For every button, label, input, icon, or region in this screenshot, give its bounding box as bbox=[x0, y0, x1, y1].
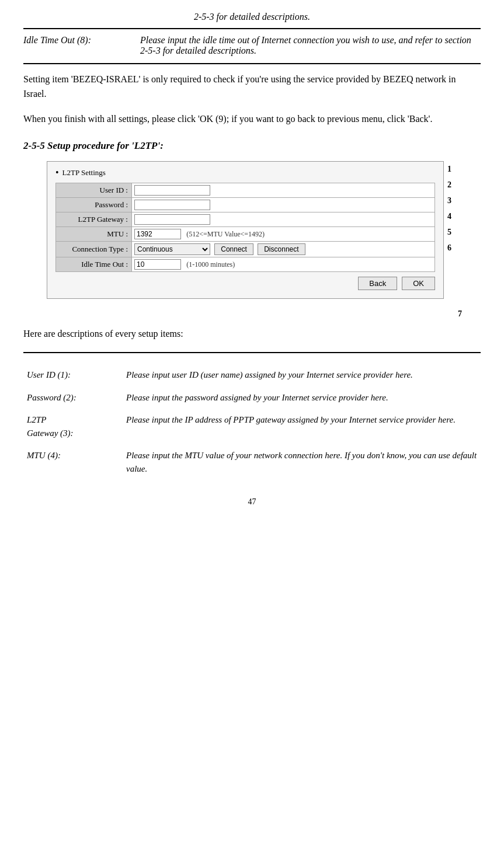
input-userid[interactable] bbox=[134, 185, 210, 196]
desc-table: User ID (1): Please input user ID (user … bbox=[23, 364, 481, 480]
connect-button[interactable]: Connect bbox=[214, 243, 253, 255]
form-table: User ID : Password : L2TP Gateway : bbox=[55, 183, 435, 272]
desc-row-userid: User ID (1): Please input user ID (user … bbox=[23, 364, 481, 386]
table-row-connection-type: Connection Type : Continuous Connect on … bbox=[56, 242, 435, 257]
idle-timeout-text: Please input the idle time out of Intern… bbox=[140, 35, 481, 56]
table-row-mtu: MTU : (512<=MTU Value<=1492) bbox=[56, 227, 435, 242]
value-password bbox=[132, 198, 435, 212]
panel-title-text: L2TP Settings bbox=[62, 168, 106, 177]
value-idle-timeout: (1-1000 minutes) bbox=[132, 257, 435, 272]
here-are-desc-para: Here are descriptions of every setup ite… bbox=[23, 327, 481, 341]
value-connection-type: Continuous Connect on Demand Manual Conn… bbox=[132, 242, 435, 257]
label-mtu: MTU : bbox=[56, 227, 132, 242]
input-idle-timeout[interactable] bbox=[134, 259, 181, 270]
label-idle-timeout: Idle Time Out : bbox=[56, 257, 132, 272]
input-gateway[interactable] bbox=[134, 214, 210, 225]
disconnect-button[interactable]: Disconnect bbox=[258, 243, 305, 255]
panel-title: • L2TP Settings bbox=[55, 168, 435, 178]
num-3: 3 bbox=[447, 193, 451, 208]
value-userid bbox=[132, 183, 435, 198]
paragraph1-text: Setting item 'BEZEQ-ISRAEL' is only requ… bbox=[23, 72, 481, 102]
desc-label-gateway: L2TPGateway (3): bbox=[23, 409, 123, 444]
desc-label-mtu: MTU (4): bbox=[23, 444, 123, 480]
value-gateway bbox=[132, 212, 435, 227]
desc-text-userid: Please input user ID (user name) assigne… bbox=[123, 364, 481, 386]
paragraph2-text: When you finish with all settings, pleas… bbox=[23, 112, 481, 127]
desc-row-password: Password (2): Please input the password … bbox=[23, 386, 481, 409]
paragraph2: When you finish with all settings, pleas… bbox=[23, 112, 481, 127]
panel-bullet: • bbox=[55, 168, 59, 178]
select-connection-type[interactable]: Continuous Connect on Demand Manual bbox=[134, 243, 210, 255]
table-row-idle-timeout: Idle Time Out : (1-1000 minutes) bbox=[56, 257, 435, 272]
table-row-password: Password : bbox=[56, 198, 435, 212]
label-userid: User ID : bbox=[56, 183, 132, 198]
page-number: 47 bbox=[23, 497, 481, 507]
num-6: 6 bbox=[447, 240, 451, 256]
desc-label-userid: User ID (1): bbox=[23, 364, 123, 386]
table-row-gateway: L2TP Gateway : bbox=[56, 212, 435, 227]
idle-timeout-row: Idle Time Out (8): Please input the idle… bbox=[23, 35, 481, 64]
label-password: Password : bbox=[56, 198, 132, 212]
intro-top-section: 2-5-3 for detailed descriptions. bbox=[23, 12, 481, 29]
row-numbers: 1 2 3 4 5 6 bbox=[447, 161, 451, 256]
label-gateway: L2TP Gateway : bbox=[56, 212, 132, 227]
paragraph1: Setting item 'BEZEQ-ISRAEL' is only requ… bbox=[23, 72, 481, 102]
section-heading: 2-5-5 Setup procedure for 'L2TP': bbox=[23, 140, 481, 152]
intro-top-text: 2-5-3 for detailed descriptions. bbox=[23, 12, 481, 22]
num-2: 2 bbox=[447, 177, 451, 193]
idle-timeout-hint: (1-1000 minutes) bbox=[186, 260, 235, 269]
here-are-desc-text: Here are descriptions of every setup ite… bbox=[23, 327, 481, 341]
idle-timeout-label: Idle Time Out (8): bbox=[23, 35, 140, 46]
page-number-text: 47 bbox=[248, 497, 256, 506]
num-4: 4 bbox=[447, 208, 451, 224]
footnote-7-text: 7 bbox=[458, 309, 462, 318]
back-button[interactable]: Back bbox=[358, 277, 397, 290]
ok-button[interactable]: OK bbox=[402, 277, 435, 290]
desc-text-gateway: Please input the IP address of PPTP gate… bbox=[123, 409, 481, 444]
input-mtu[interactable] bbox=[134, 229, 181, 239]
desc-divider bbox=[23, 352, 481, 353]
table-row-userid: User ID : bbox=[56, 183, 435, 198]
desc-label-password: Password (2): bbox=[23, 386, 123, 409]
desc-text-password: Please input the password assigned by yo… bbox=[123, 386, 481, 409]
input-password[interactable] bbox=[134, 200, 210, 210]
desc-row-mtu: MTU (4): Please input the MTU value of y… bbox=[23, 444, 481, 480]
value-mtu: (512<=MTU Value<=1492) bbox=[132, 227, 435, 242]
descriptions-section: User ID (1): Please input user ID (user … bbox=[23, 364, 481, 480]
l2tp-panel-wrapper: • L2TP Settings User ID : Password : bbox=[35, 161, 481, 306]
label-connection-type: Connection Type : bbox=[56, 242, 132, 257]
footnote-7: 7 bbox=[23, 309, 462, 319]
bottom-buttons: Back OK bbox=[55, 277, 435, 290]
num-1: 1 bbox=[447, 161, 451, 177]
mtu-hint: (512<=MTU Value<=1492) bbox=[186, 230, 265, 238]
desc-row-gateway: L2TPGateway (3): Please input the IP add… bbox=[23, 409, 481, 444]
num-5: 5 bbox=[447, 224, 451, 240]
l2tp-settings-panel: • L2TP Settings User ID : Password : bbox=[47, 161, 444, 299]
desc-text-mtu: Please input the MTU value of your netwo… bbox=[123, 444, 481, 480]
